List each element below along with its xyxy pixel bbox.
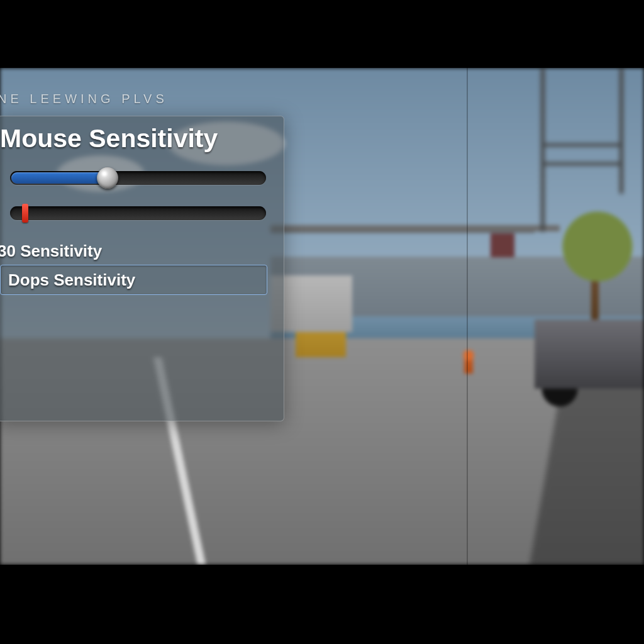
slider-tick[interactable]: [22, 204, 28, 223]
panel-title: Mouse Sensitivity: [0, 124, 272, 153]
slider-fill: [11, 172, 109, 184]
sensitivity-slider-primary[interactable]: [10, 171, 266, 185]
settings-panel: Mouse Sensitivity 30 Sensitivity Dops Se…: [0, 116, 284, 421]
sensitivity-slider-secondary[interactable]: [10, 206, 266, 220]
sensitivity-sub-label: 30 Sensitivity: [0, 242, 272, 261]
game-viewport: NE LEEWING PLVS Mouse Sensitivity 30 Sen…: [0, 68, 644, 565]
dropdown-value: Dops Sensitivity: [8, 270, 135, 290]
split-seam: [467, 68, 468, 565]
slider-thumb[interactable]: [97, 167, 118, 189]
sensitivity-dropdown[interactable]: Dops Sensitivity: [0, 265, 267, 295]
hud-watermark: NE LEEWING PLVS: [0, 92, 168, 106]
